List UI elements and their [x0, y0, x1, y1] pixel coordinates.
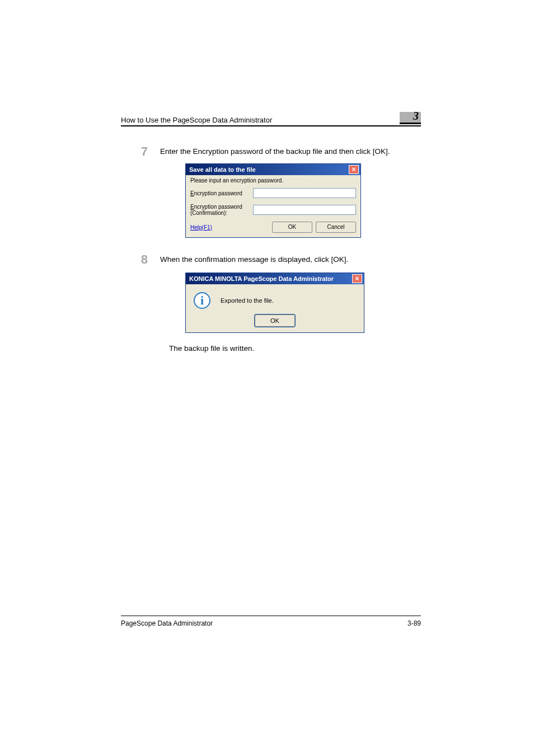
- help-link[interactable]: Help(F1): [190, 224, 212, 231]
- dialog1-title: Save all data to the file: [189, 166, 256, 173]
- dialog2-title: KONICA MINOLTA PageScope Data Administra…: [189, 275, 334, 282]
- step-8-row: 8 When the confirmation message is displ…: [121, 253, 421, 266]
- encryption-password-confirm-input[interactable]: [253, 205, 356, 215]
- page-footer: PageScope Data Administrator 3-89: [121, 616, 421, 627]
- encryption-password-confirm-label: Encryption password(Confirmation):: [190, 204, 253, 216]
- encryption-password-dialog: Save all data to the file × Please input…: [185, 163, 361, 238]
- step-8-number: 8: [121, 253, 160, 266]
- chapter-badge: 3: [400, 112, 421, 124]
- step-7-number: 7: [121, 145, 160, 158]
- encryption-password-label: Encryption password: [190, 190, 253, 196]
- footer-left: PageScope Data Administrator: [121, 619, 213, 627]
- step-7-text: Enter the Encryption password of the bac…: [160, 145, 421, 157]
- dialog1-instruction: Please input an encryption password.: [190, 177, 356, 184]
- encryption-password-input[interactable]: [253, 188, 356, 198]
- ok-button[interactable]: OK: [272, 222, 312, 233]
- header-title: How to Use the PageScope Data Administra…: [121, 116, 272, 124]
- dialog1-titlebar: Save all data to the file ×: [186, 164, 360, 175]
- close-icon[interactable]: ×: [349, 165, 359, 174]
- chapter-number: 3: [413, 110, 419, 123]
- ok-button[interactable]: OK: [255, 314, 295, 327]
- page-header: How to Use the PageScope Data Administra…: [121, 112, 421, 126]
- step-7-row: 7 Enter the Encryption password of the b…: [121, 145, 421, 158]
- result-text: The backup file is written.: [169, 344, 421, 353]
- step-8-text: When the confirmation message is display…: [160, 253, 421, 265]
- confirmation-dialog: KONICA MINOLTA PageScope Data Administra…: [185, 273, 364, 333]
- dialog2-message: Exported to the file.: [221, 297, 274, 304]
- cancel-button[interactable]: Cancel: [316, 222, 356, 233]
- close-icon[interactable]: ×: [352, 274, 362, 283]
- footer-right: 3-89: [407, 619, 421, 627]
- dialog2-titlebar: KONICA MINOLTA PageScope Data Administra…: [186, 273, 364, 284]
- info-icon: i: [194, 292, 210, 309]
